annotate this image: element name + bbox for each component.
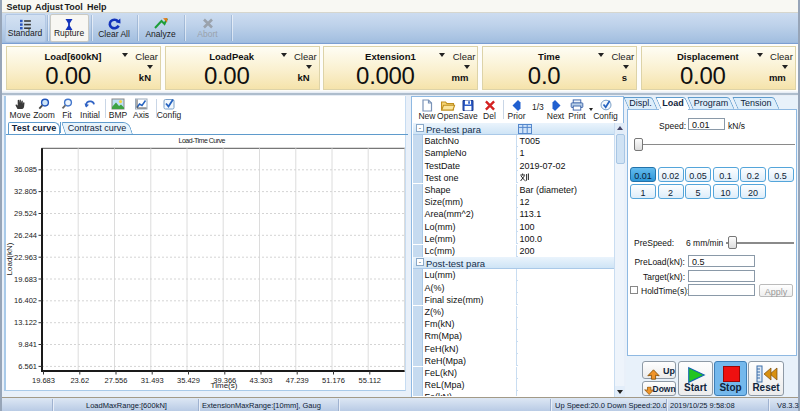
svg-text:23.62: 23.62 <box>70 376 89 385</box>
svg-text:27.556: 27.556 <box>105 376 128 385</box>
svg-text:47.239: 47.239 <box>286 376 309 385</box>
svg-text:22.963: 22.963 <box>14 253 37 262</box>
svg-text:43.303: 43.303 <box>250 376 273 385</box>
svg-text:32.805: 32.805 <box>14 187 37 196</box>
svg-text:Load-Time Curve: Load-Time Curve <box>179 137 226 144</box>
svg-text:Time(s): Time(s) <box>211 381 238 390</box>
svg-text:19.683: 19.683 <box>32 376 55 385</box>
svg-text:19.683: 19.683 <box>14 275 37 284</box>
svg-text:9.841: 9.841 <box>18 340 37 349</box>
svg-text:16.402: 16.402 <box>14 296 37 305</box>
svg-text:Load(kN): Load(kN) <box>5 242 14 275</box>
svg-text:31.493: 31.493 <box>141 376 164 385</box>
svg-text:35.429: 35.429 <box>177 376 200 385</box>
svg-text:29.524: 29.524 <box>14 209 37 218</box>
svg-text:26.244: 26.244 <box>14 231 37 240</box>
svg-text:55.112: 55.112 <box>359 376 381 385</box>
svg-text:51.176: 51.176 <box>322 376 345 385</box>
svg-text:13.122: 13.122 <box>14 318 37 327</box>
svg-text:36.085: 36.085 <box>14 165 37 174</box>
svg-text:6.561: 6.561 <box>18 362 37 371</box>
